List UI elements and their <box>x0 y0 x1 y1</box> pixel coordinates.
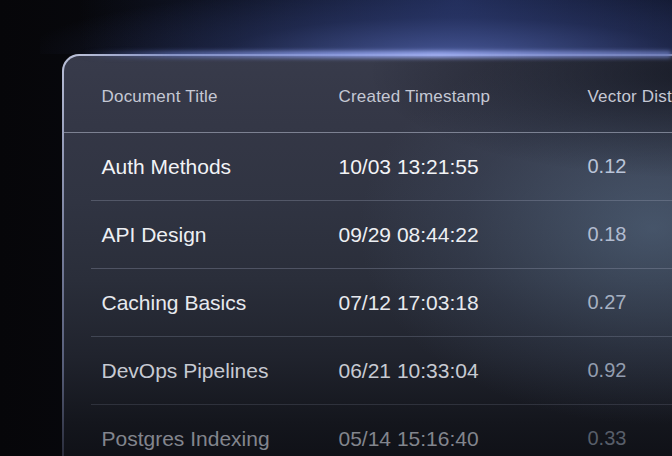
cell-document-title: Caching Basics <box>102 291 339 315</box>
cell-vector-distance: 0.33 <box>588 427 672 450</box>
cell-created-timestamp: 06/21 10:33:04 <box>339 359 588 383</box>
cell-created-timestamp: 07/12 17:03:18 <box>339 291 588 315</box>
cell-created-timestamp: 05/14 15:16:40 <box>339 427 588 451</box>
table-row[interactable]: Auth Methods 10/03 13:21:55 0.12 <box>64 133 672 201</box>
cell-document-title: API Design <box>102 223 339 247</box>
cell-document-title: DevOps Pipelines <box>102 359 339 383</box>
ambient-blue-glow <box>40 0 672 54</box>
documents-table-panel: Document Title Created Timestamp Vector … <box>62 54 672 456</box>
table-row[interactable]: API Design 09/29 08:44:22 0.18 <box>64 201 672 269</box>
column-header-created-timestamp: Created Timestamp <box>339 87 588 107</box>
table-header-row: Document Title Created Timestamp Vector … <box>64 56 672 133</box>
column-header-document-title: Document Title <box>102 87 339 107</box>
table-row[interactable]: Postgres Indexing 05/14 15:16:40 0.33 <box>64 405 672 456</box>
table-row[interactable]: Caching Basics 07/12 17:03:18 0.27 <box>64 269 672 337</box>
column-header-vector-distance: Vector Distance <box>588 87 672 107</box>
cell-document-title: Auth Methods <box>102 155 339 179</box>
panel-surface: Document Title Created Timestamp Vector … <box>64 56 672 456</box>
documents-table: Document Title Created Timestamp Vector … <box>64 56 672 456</box>
cell-vector-distance: 0.12 <box>588 155 672 178</box>
table-row[interactable]: DevOps Pipelines 06/21 10:33:04 0.92 <box>64 337 672 405</box>
cell-document-title: Postgres Indexing <box>102 427 339 451</box>
cell-vector-distance: 0.18 <box>588 223 672 246</box>
cell-created-timestamp: 09/29 08:44:22 <box>339 223 588 247</box>
cell-vector-distance: 0.27 <box>588 291 672 314</box>
panel-top-edge-glow <box>82 51 672 58</box>
cell-created-timestamp: 10/03 13:21:55 <box>339 155 588 179</box>
cell-vector-distance: 0.92 <box>588 359 672 382</box>
